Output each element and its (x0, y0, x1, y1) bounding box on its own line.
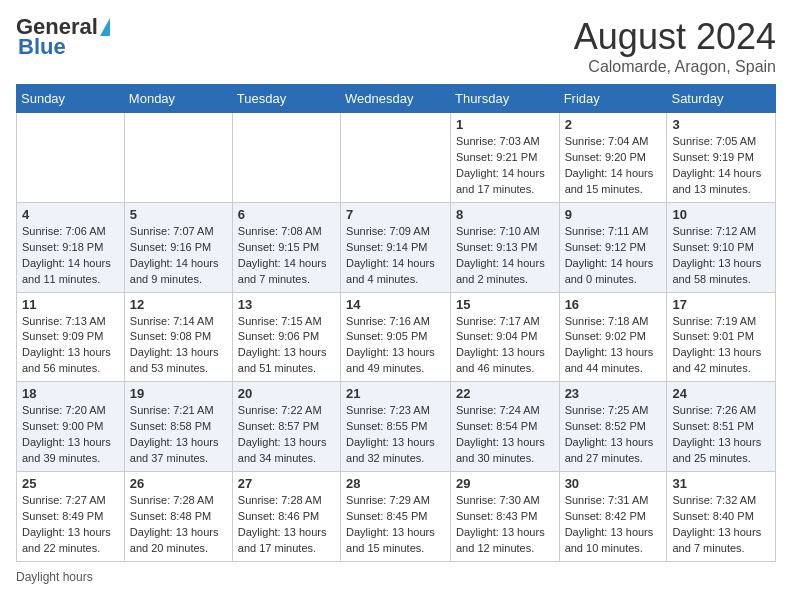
calendar-cell: 21Sunrise: 7:23 AMSunset: 8:55 PMDayligh… (341, 382, 451, 472)
calendar-cell: 6Sunrise: 7:08 AMSunset: 9:15 PMDaylight… (232, 202, 340, 292)
calendar-day-header: Friday (559, 85, 667, 113)
day-info: Sunrise: 7:28 AMSunset: 8:46 PMDaylight:… (238, 493, 335, 557)
day-info: Sunrise: 7:27 AMSunset: 8:49 PMDaylight:… (22, 493, 119, 557)
calendar-cell: 4Sunrise: 7:06 AMSunset: 9:18 PMDaylight… (17, 202, 125, 292)
calendar-cell: 23Sunrise: 7:25 AMSunset: 8:52 PMDayligh… (559, 382, 667, 472)
calendar-cell: 24Sunrise: 7:26 AMSunset: 8:51 PMDayligh… (667, 382, 776, 472)
day-info: Sunrise: 7:25 AMSunset: 8:52 PMDaylight:… (565, 403, 662, 467)
calendar-week-row: 18Sunrise: 7:20 AMSunset: 9:00 PMDayligh… (17, 382, 776, 472)
calendar-cell: 2Sunrise: 7:04 AMSunset: 9:20 PMDaylight… (559, 113, 667, 203)
day-info: Sunrise: 7:04 AMSunset: 9:20 PMDaylight:… (565, 134, 662, 198)
calendar-week-row: 11Sunrise: 7:13 AMSunset: 9:09 PMDayligh… (17, 292, 776, 382)
day-info: Sunrise: 7:23 AMSunset: 8:55 PMDaylight:… (346, 403, 445, 467)
day-number: 8 (456, 207, 554, 222)
calendar-cell: 22Sunrise: 7:24 AMSunset: 8:54 PMDayligh… (450, 382, 559, 472)
calendar-cell: 17Sunrise: 7:19 AMSunset: 9:01 PMDayligh… (667, 292, 776, 382)
day-number: 18 (22, 386, 119, 401)
calendar-cell: 5Sunrise: 7:07 AMSunset: 9:16 PMDaylight… (124, 202, 232, 292)
day-info: Sunrise: 7:28 AMSunset: 8:48 PMDaylight:… (130, 493, 227, 557)
calendar-header-row: SundayMondayTuesdayWednesdayThursdayFrid… (17, 85, 776, 113)
day-number: 13 (238, 297, 335, 312)
day-info: Sunrise: 7:14 AMSunset: 9:08 PMDaylight:… (130, 314, 227, 378)
day-number: 7 (346, 207, 445, 222)
day-info: Sunrise: 7:31 AMSunset: 8:42 PMDaylight:… (565, 493, 662, 557)
day-info: Sunrise: 7:11 AMSunset: 9:12 PMDaylight:… (565, 224, 662, 288)
day-info: Sunrise: 7:22 AMSunset: 8:57 PMDaylight:… (238, 403, 335, 467)
day-number: 24 (672, 386, 770, 401)
calendar-cell: 26Sunrise: 7:28 AMSunset: 8:48 PMDayligh… (124, 472, 232, 562)
calendar-cell: 11Sunrise: 7:13 AMSunset: 9:09 PMDayligh… (17, 292, 125, 382)
calendar-day-header: Thursday (450, 85, 559, 113)
calendar-cell: 14Sunrise: 7:16 AMSunset: 9:05 PMDayligh… (341, 292, 451, 382)
day-info: Sunrise: 7:20 AMSunset: 9:00 PMDaylight:… (22, 403, 119, 467)
day-info: Sunrise: 7:18 AMSunset: 9:02 PMDaylight:… (565, 314, 662, 378)
day-info: Sunrise: 7:12 AMSunset: 9:10 PMDaylight:… (672, 224, 770, 288)
calendar-cell: 13Sunrise: 7:15 AMSunset: 9:06 PMDayligh… (232, 292, 340, 382)
calendar-cell: 10Sunrise: 7:12 AMSunset: 9:10 PMDayligh… (667, 202, 776, 292)
day-info: Sunrise: 7:09 AMSunset: 9:14 PMDaylight:… (346, 224, 445, 288)
day-number: 20 (238, 386, 335, 401)
calendar-cell: 30Sunrise: 7:31 AMSunset: 8:42 PMDayligh… (559, 472, 667, 562)
calendar-cell: 19Sunrise: 7:21 AMSunset: 8:58 PMDayligh… (124, 382, 232, 472)
calendar-cell: 28Sunrise: 7:29 AMSunset: 8:45 PMDayligh… (341, 472, 451, 562)
day-info: Sunrise: 7:17 AMSunset: 9:04 PMDaylight:… (456, 314, 554, 378)
day-info: Sunrise: 7:19 AMSunset: 9:01 PMDaylight:… (672, 314, 770, 378)
calendar-day-header: Sunday (17, 85, 125, 113)
title-block: August 2024 Calomarde, Aragon, Spain (574, 16, 776, 76)
day-info: Sunrise: 7:30 AMSunset: 8:43 PMDaylight:… (456, 493, 554, 557)
day-info: Sunrise: 7:03 AMSunset: 9:21 PMDaylight:… (456, 134, 554, 198)
page-header: General Blue August 2024 Calomarde, Arag… (16, 16, 776, 76)
logo: General Blue (16, 16, 110, 60)
calendar-cell (124, 113, 232, 203)
day-number: 22 (456, 386, 554, 401)
calendar-cell: 9Sunrise: 7:11 AMSunset: 9:12 PMDaylight… (559, 202, 667, 292)
day-number: 21 (346, 386, 445, 401)
day-number: 19 (130, 386, 227, 401)
day-number: 17 (672, 297, 770, 312)
day-info: Sunrise: 7:13 AMSunset: 9:09 PMDaylight:… (22, 314, 119, 378)
day-number: 12 (130, 297, 227, 312)
calendar-day-header: Wednesday (341, 85, 451, 113)
day-number: 4 (22, 207, 119, 222)
day-number: 6 (238, 207, 335, 222)
day-number: 25 (22, 476, 119, 491)
day-info: Sunrise: 7:21 AMSunset: 8:58 PMDaylight:… (130, 403, 227, 467)
day-info: Sunrise: 7:06 AMSunset: 9:18 PMDaylight:… (22, 224, 119, 288)
day-info: Sunrise: 7:24 AMSunset: 8:54 PMDaylight:… (456, 403, 554, 467)
day-number: 28 (346, 476, 445, 491)
calendar-cell: 25Sunrise: 7:27 AMSunset: 8:49 PMDayligh… (17, 472, 125, 562)
day-info: Sunrise: 7:10 AMSunset: 9:13 PMDaylight:… (456, 224, 554, 288)
day-number: 31 (672, 476, 770, 491)
logo-triangle-icon (100, 18, 110, 36)
day-info: Sunrise: 7:15 AMSunset: 9:06 PMDaylight:… (238, 314, 335, 378)
day-info: Sunrise: 7:32 AMSunset: 8:40 PMDaylight:… (672, 493, 770, 557)
day-info: Sunrise: 7:08 AMSunset: 9:15 PMDaylight:… (238, 224, 335, 288)
day-number: 10 (672, 207, 770, 222)
calendar-cell: 16Sunrise: 7:18 AMSunset: 9:02 PMDayligh… (559, 292, 667, 382)
day-number: 14 (346, 297, 445, 312)
calendar-week-row: 4Sunrise: 7:06 AMSunset: 9:18 PMDaylight… (17, 202, 776, 292)
day-info: Sunrise: 7:26 AMSunset: 8:51 PMDaylight:… (672, 403, 770, 467)
calendar-cell: 29Sunrise: 7:30 AMSunset: 8:43 PMDayligh… (450, 472, 559, 562)
day-number: 2 (565, 117, 662, 132)
day-number: 26 (130, 476, 227, 491)
calendar-cell: 31Sunrise: 7:32 AMSunset: 8:40 PMDayligh… (667, 472, 776, 562)
footer-label: Daylight hours (16, 570, 93, 584)
calendar-cell (17, 113, 125, 203)
day-number: 15 (456, 297, 554, 312)
day-number: 27 (238, 476, 335, 491)
day-number: 29 (456, 476, 554, 491)
calendar-day-header: Monday (124, 85, 232, 113)
calendar-cell: 7Sunrise: 7:09 AMSunset: 9:14 PMDaylight… (341, 202, 451, 292)
day-number: 3 (672, 117, 770, 132)
day-info: Sunrise: 7:29 AMSunset: 8:45 PMDaylight:… (346, 493, 445, 557)
calendar-cell: 20Sunrise: 7:22 AMSunset: 8:57 PMDayligh… (232, 382, 340, 472)
calendar-cell: 1Sunrise: 7:03 AMSunset: 9:21 PMDaylight… (450, 113, 559, 203)
calendar-cell: 18Sunrise: 7:20 AMSunset: 9:00 PMDayligh… (17, 382, 125, 472)
calendar-cell: 3Sunrise: 7:05 AMSunset: 9:19 PMDaylight… (667, 113, 776, 203)
day-info: Sunrise: 7:07 AMSunset: 9:16 PMDaylight:… (130, 224, 227, 288)
logo-blue-text: Blue (18, 34, 66, 60)
calendar-cell (232, 113, 340, 203)
calendar-cell: 27Sunrise: 7:28 AMSunset: 8:46 PMDayligh… (232, 472, 340, 562)
calendar-day-header: Saturday (667, 85, 776, 113)
